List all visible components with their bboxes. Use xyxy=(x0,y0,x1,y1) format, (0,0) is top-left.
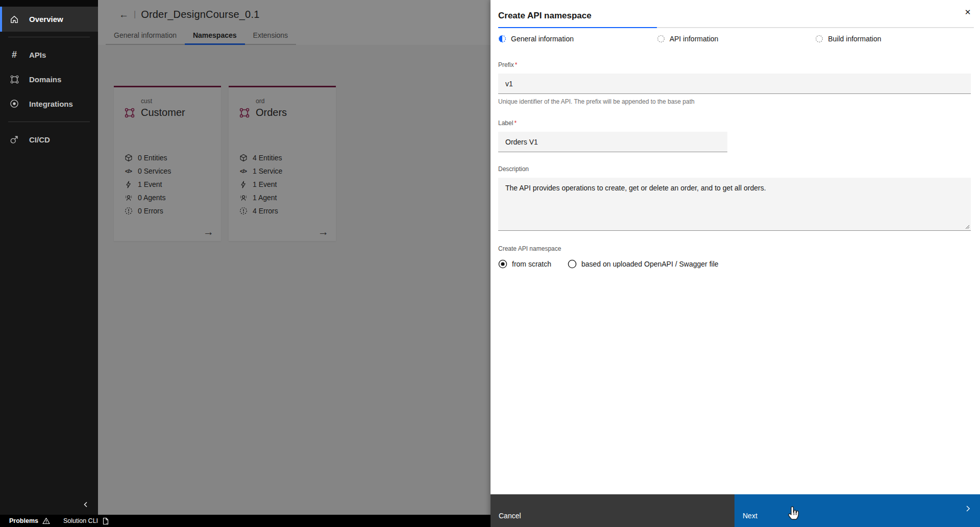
sidebar-collapse-button[interactable] xyxy=(79,497,93,512)
modal-dim-overlay xyxy=(98,0,491,515)
statusbar-problems[interactable]: Problems xyxy=(9,517,50,524)
sidebar-item-apis[interactable]: # APIs xyxy=(0,42,98,67)
sidebar-item-overview[interactable]: Overview xyxy=(0,7,98,32)
radio-selected-icon xyxy=(498,259,507,269)
progress-segment-active xyxy=(498,27,657,28)
progress-indicator: General information API information Buil… xyxy=(498,27,974,43)
label-label: Label* xyxy=(498,119,971,127)
cicd-icon xyxy=(9,135,20,144)
close-button[interactable]: ✕ xyxy=(960,4,976,20)
prefix-label: Prefix* xyxy=(498,61,971,68)
progress-track xyxy=(498,27,974,28)
step-label: Build information xyxy=(828,35,881,43)
sidebar-top-strip xyxy=(0,0,98,7)
step-upcoming-icon xyxy=(657,35,665,43)
namespace-source-label: Create API namespace xyxy=(498,245,971,252)
status-bar: Problems Solution CLI xyxy=(0,515,491,527)
step-api-information[interactable]: API information xyxy=(657,35,816,43)
step-label: API information xyxy=(670,35,719,43)
resize-handle-icon[interactable] xyxy=(965,224,970,229)
sidebar-divider xyxy=(8,37,90,37)
create-api-namespace-panel: Create API namespace ✕ General informati… xyxy=(491,0,980,527)
sidebar-item-label: Domains xyxy=(29,75,61,84)
statusbar-solution-cli[interactable]: Solution CLI xyxy=(63,517,109,525)
domain-icon xyxy=(9,75,20,84)
sidebar-item-label: Integrations xyxy=(29,100,73,108)
sidebar-item-cicd[interactable]: CI/CD xyxy=(0,127,98,152)
document-icon xyxy=(102,517,109,525)
sidebar-item-label: CI/CD xyxy=(29,135,50,144)
step-general-information[interactable]: General information xyxy=(498,35,657,43)
home-icon xyxy=(9,15,20,24)
prefix-input[interactable] xyxy=(498,74,971,94)
label-group: Label* xyxy=(498,119,971,152)
description-group: Description The API provides operations … xyxy=(498,165,971,231)
cancel-button[interactable]: Cancel xyxy=(491,494,734,527)
integration-icon xyxy=(9,99,20,108)
radio-label: based on uploaded OpenAPI / Swagger file xyxy=(581,260,719,268)
sidebar-item-domains[interactable]: Domains xyxy=(0,67,98,91)
progress-segment-remaining xyxy=(657,27,974,28)
radio-from-scratch[interactable]: from scratch xyxy=(498,259,551,269)
radio-from-openapi-file[interactable]: based on uploaded OpenAPI / Swagger file xyxy=(568,259,719,269)
required-asterisk: * xyxy=(514,119,517,127)
chevron-right-icon xyxy=(964,505,972,513)
panel-title: Create API namespace xyxy=(498,11,592,21)
solution-cli-label: Solution CLI xyxy=(63,517,98,524)
sidebar: Overview # APIs Domains Integrations xyxy=(0,0,98,515)
label-input[interactable] xyxy=(498,132,727,152)
sidebar-divider xyxy=(8,122,90,122)
problems-label: Problems xyxy=(9,517,38,524)
description-label: Description xyxy=(498,165,971,173)
sidebar-item-label: APIs xyxy=(29,51,46,59)
description-textarea[interactable]: The API provides operations to create, g… xyxy=(498,178,971,231)
hash-icon: # xyxy=(9,51,20,59)
namespace-source-options: from scratch based on uploaded OpenAPI /… xyxy=(498,259,971,269)
warning-triangle-icon xyxy=(42,517,50,524)
required-asterisk: * xyxy=(515,61,518,68)
general-information-form: Prefix* Unique identifier of the API. Th… xyxy=(498,61,971,269)
namespace-source-group: Create API namespace from scratch xyxy=(498,245,971,269)
close-icon: ✕ xyxy=(965,8,971,17)
chevron-left-icon xyxy=(82,500,90,509)
radio-unselected-icon xyxy=(568,259,577,269)
prefix-group: Prefix* Unique identifier of the API. Th… xyxy=(498,61,971,105)
step-upcoming-icon xyxy=(815,35,823,43)
step-current-icon xyxy=(498,35,506,43)
next-button[interactable]: Next xyxy=(734,494,980,527)
step-label: General information xyxy=(511,35,574,43)
radio-label: from scratch xyxy=(512,260,551,268)
panel-footer: Cancel Next xyxy=(491,494,980,527)
step-build-information[interactable]: Build information xyxy=(815,35,974,43)
sidebar-item-label: Overview xyxy=(29,15,63,23)
sidebar-item-integrations[interactable]: Integrations xyxy=(0,91,98,116)
prefix-helper-text: Unique identifier of the API. The prefix… xyxy=(498,98,971,105)
